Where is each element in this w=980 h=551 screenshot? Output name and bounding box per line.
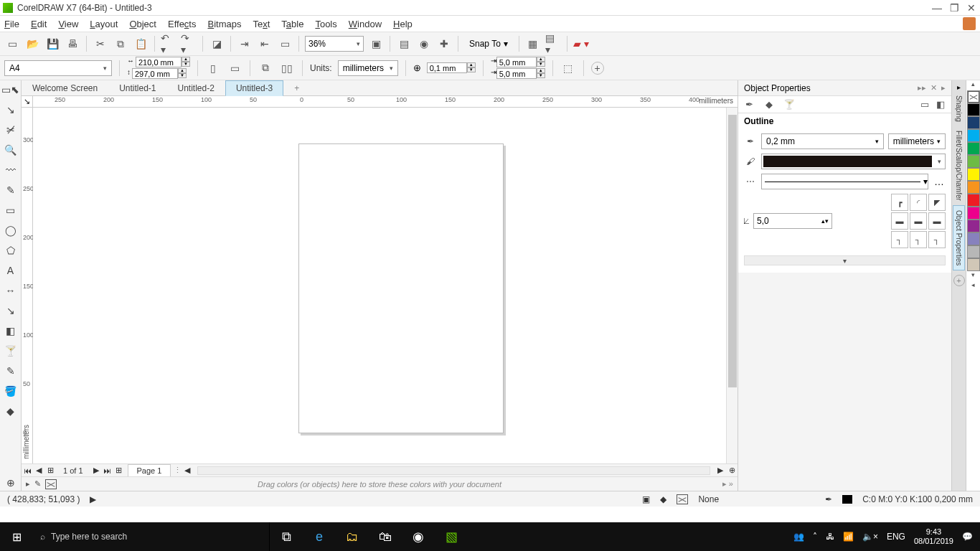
add-docker-button[interactable]: + bbox=[953, 275, 965, 286]
taskbar-clock[interactable]: 9:43 08/01/2019 bbox=[914, 527, 953, 546]
fullscreen-preview-button[interactable]: ▣ bbox=[368, 36, 384, 52]
maximize-button[interactable]: ❐ bbox=[948, 3, 960, 13]
polygon-tool[interactable]: ⬠ bbox=[3, 242, 19, 258]
ruler-origin[interactable]: ↘ bbox=[22, 96, 33, 108]
corner-round-button[interactable]: ◜ bbox=[910, 194, 927, 211]
pick-tool[interactable]: ▭⬉ bbox=[3, 82, 19, 98]
panel-close-button[interactable]: ✕ bbox=[930, 83, 937, 93]
minimize-button[interactable]: — bbox=[931, 3, 943, 13]
outline-units-combo[interactable]: millimeters▾ bbox=[888, 133, 946, 149]
nudge-distance-input[interactable]: 0,1 mm bbox=[427, 62, 467, 73]
menu-table[interactable]: Table bbox=[281, 19, 303, 29]
vertical-scrollbar[interactable] bbox=[726, 108, 738, 463]
tray-overflow-icon[interactable]: ˄ bbox=[813, 532, 817, 542]
undo-button[interactable]: ↶ ▾ bbox=[161, 36, 176, 52]
outline-width-combo[interactable]: 0,2 mm▾ bbox=[761, 133, 884, 149]
horizontal-ruler[interactable]: 250 200 150 100 50 0 50 100 150 200 250 … bbox=[33, 96, 738, 108]
quick-customize-button[interactable]: ⊕ bbox=[3, 475, 19, 491]
new-doc-button[interactable]: ▭ bbox=[4, 36, 20, 52]
menu-effects[interactable]: Effects bbox=[168, 19, 197, 29]
menu-file[interactable]: File bbox=[4, 19, 19, 29]
taskbar-coreldraw[interactable]: ▧ bbox=[435, 522, 468, 551]
app-launcher-button[interactable]: ▤ ▾ bbox=[545, 36, 561, 52]
menu-window[interactable]: Window bbox=[349, 19, 382, 29]
tab-untitled-1[interactable]: Untitled-1 bbox=[108, 80, 166, 96]
cap-square-button[interactable]: ▬ bbox=[891, 212, 908, 230]
expand-section-button[interactable]: ▾ bbox=[744, 255, 946, 265]
menu-view[interactable]: View bbox=[58, 19, 78, 29]
crop-tool[interactable]: ✂̸ bbox=[3, 122, 19, 138]
cut-button[interactable]: ✂ bbox=[93, 36, 108, 52]
volume-icon[interactable]: 🔈× bbox=[862, 532, 878, 542]
current-page-button[interactable]: ▯▯ bbox=[279, 60, 295, 76]
menu-object[interactable]: Object bbox=[129, 19, 156, 29]
print-button[interactable]: 🖶 bbox=[65, 36, 80, 52]
user-account-icon[interactable] bbox=[963, 17, 976, 30]
taskbar-edge[interactable]: e bbox=[303, 522, 336, 551]
color-swatch[interactable] bbox=[967, 181, 980, 194]
import-button[interactable]: ⇥ bbox=[237, 36, 253, 52]
connector-tool[interactable]: ↘ bbox=[3, 303, 19, 319]
show-guidelines-button[interactable]: ✚ bbox=[436, 36, 452, 52]
color-swatch[interactable] bbox=[967, 142, 980, 155]
panel-collapse-button[interactable]: ▸▸ bbox=[918, 83, 926, 93]
miter-limit-input[interactable]: 5,0▴▾ bbox=[753, 213, 832, 229]
show-grid-button[interactable]: ◉ bbox=[416, 36, 432, 52]
color-swatch[interactable] bbox=[967, 258, 980, 271]
taskbar-explorer[interactable]: 🗂 bbox=[336, 522, 369, 551]
treat-as-filled-button[interactable]: ⬚ bbox=[560, 60, 576, 76]
export-button[interactable]: ⇤ bbox=[257, 36, 273, 52]
color-swatch[interactable] bbox=[967, 155, 980, 168]
parallel-dimension-tool[interactable]: ↔ bbox=[3, 283, 19, 298]
no-color-icon[interactable] bbox=[45, 479, 57, 489]
transparency-tab-icon[interactable]: 🍸 bbox=[783, 98, 796, 111]
menu-help[interactable]: Help bbox=[393, 19, 413, 29]
color-swatch[interactable] bbox=[967, 232, 980, 245]
save-button[interactable]: 💾 bbox=[44, 36, 60, 52]
tab-untitled-2[interactable]: Untitled-2 bbox=[167, 80, 225, 96]
outline-tab-icon[interactable]: ✒ bbox=[743, 98, 755, 111]
no-color-swatch[interactable] bbox=[967, 90, 980, 103]
corner-bevel-button[interactable]: ◤ bbox=[928, 194, 946, 211]
text-tool[interactable]: A bbox=[3, 263, 19, 278]
scroll-mode-button[interactable]: ▭ bbox=[918, 98, 931, 111]
start-button[interactable]: ⊞ bbox=[0, 522, 33, 551]
shape-tool[interactable]: ↘ bbox=[3, 102, 19, 118]
show-rulers-button[interactable]: ▤ bbox=[396, 36, 412, 52]
next-page-button[interactable]: ▶ bbox=[90, 466, 102, 475]
palette-scroll-down[interactable]: ▾ bbox=[966, 271, 980, 281]
page-size-preset[interactable]: A4▾ bbox=[4, 60, 112, 76]
interactive-fill-tool[interactable]: 🪣 bbox=[3, 383, 19, 399]
outline-style-combo[interactable]: ▾ bbox=[761, 174, 928, 189]
add-preset-button[interactable]: + bbox=[591, 62, 604, 75]
color-swatch[interactable] bbox=[967, 168, 980, 181]
docker-tab-fillet[interactable]: Fillet/Scallop/Chamfer bbox=[953, 126, 964, 205]
portrait-button[interactable]: ▯ bbox=[205, 60, 221, 76]
page-width-input[interactable]: 210,0 mm bbox=[136, 57, 182, 67]
horizontal-scrollbar[interactable] bbox=[197, 466, 710, 475]
add-page-before-button[interactable]: ⊞ bbox=[44, 466, 56, 475]
paste-button[interactable]: 📋 bbox=[133, 36, 149, 52]
color-swatch[interactable] bbox=[967, 194, 980, 207]
add-page-after-button[interactable]: ⊞ bbox=[113, 466, 125, 475]
snap-to-dropdown[interactable]: Snap To ▾ bbox=[464, 36, 513, 52]
drawing-canvas[interactable] bbox=[33, 108, 726, 463]
rectangle-tool[interactable]: ▭ bbox=[3, 202, 19, 218]
tab-add-button[interactable]: + bbox=[283, 80, 305, 96]
people-icon[interactable]: 👥 bbox=[793, 532, 804, 542]
color-swatch[interactable] bbox=[967, 103, 980, 116]
outline-color-combo[interactable]: ▾ bbox=[761, 154, 946, 169]
color-swatch[interactable] bbox=[967, 245, 980, 258]
zoom-navigator-button[interactable]: ⊕ bbox=[726, 466, 738, 475]
page-height-input[interactable]: 297,0 mm bbox=[132, 68, 178, 79]
position-center-button[interactable]: ┐ bbox=[910, 231, 927, 248]
outline-pen-icon[interactable]: ✒ bbox=[825, 494, 832, 504]
taskbar-search[interactable]: ⌕ Type here to search bbox=[33, 522, 270, 551]
vertical-ruler[interactable]: 300 250 200 150 100 50 0 millimeters bbox=[22, 108, 33, 463]
action-center-icon[interactable]: 💬 bbox=[962, 532, 973, 542]
close-button[interactable]: ✕ bbox=[966, 3, 977, 13]
all-pages-button[interactable]: ⧉ bbox=[258, 60, 273, 76]
cap-round-button[interactable]: ▬ bbox=[910, 212, 927, 230]
menu-bitmaps[interactable]: Bitmaps bbox=[207, 19, 241, 29]
menu-edit[interactable]: Edit bbox=[31, 19, 47, 29]
